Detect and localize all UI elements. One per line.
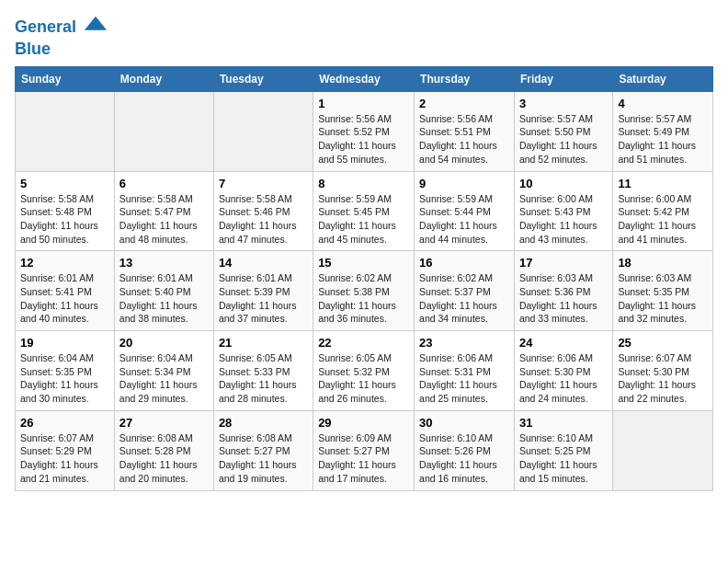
logo-blue: Blue: [15, 40, 108, 59]
day-number: 8: [318, 177, 409, 190]
day-info: Sunrise: 5:56 AMSunset: 5:52 PMDaylight:…: [318, 112, 409, 167]
day-info: Sunrise: 6:03 AMSunset: 5:36 PMDaylight:…: [519, 271, 608, 326]
day-cell: 8Sunrise: 5:59 AMSunset: 5:45 PMDaylight…: [313, 171, 415, 251]
day-number: 13: [119, 256, 209, 270]
day-cell: 13Sunrise: 6:01 AMSunset: 5:40 PMDayligh…: [114, 251, 213, 331]
day-number: 18: [618, 256, 708, 270]
day-cell: 29Sunrise: 6:09 AMSunset: 5:27 PMDayligh…: [313, 410, 415, 490]
day-number: 7: [219, 177, 308, 190]
day-cell: 26Sunrise: 6:07 AMSunset: 5:29 PMDayligh…: [16, 410, 115, 490]
day-info: Sunrise: 6:01 AMSunset: 5:41 PMDaylight:…: [20, 271, 109, 326]
day-cell: 31Sunrise: 6:10 AMSunset: 5:25 PMDayligh…: [514, 410, 612, 490]
header-monday: Monday: [114, 66, 213, 91]
day-number: 26: [20, 416, 109, 430]
day-number: 31: [519, 416, 608, 430]
header-row: SundayMondayTuesdayWednesdayThursdayFrid…: [16, 66, 713, 91]
day-cell: 12Sunrise: 6:01 AMSunset: 5:41 PMDayligh…: [16, 251, 115, 331]
day-cell: [16, 91, 115, 171]
day-cell: 25Sunrise: 6:07 AMSunset: 5:30 PMDayligh…: [613, 331, 713, 411]
day-cell: 27Sunrise: 6:08 AMSunset: 5:28 PMDayligh…: [114, 410, 213, 490]
header-wednesday: Wednesday: [313, 66, 415, 91]
day-number: 29: [318, 416, 409, 430]
day-cell: 4Sunrise: 5:57 AMSunset: 5:49 PMDaylight…: [613, 91, 713, 171]
day-number: 14: [219, 256, 308, 270]
week-row-3: 12Sunrise: 6:01 AMSunset: 5:41 PMDayligh…: [16, 251, 713, 331]
header-sunday: Sunday: [16, 66, 115, 91]
header-friday: Friday: [514, 66, 612, 91]
day-cell: 5Sunrise: 5:58 AMSunset: 5:48 PMDaylight…: [16, 171, 115, 251]
day-cell: 9Sunrise: 5:59 AMSunset: 5:44 PMDaylight…: [415, 171, 515, 251]
day-info: Sunrise: 6:09 AMSunset: 5:27 PMDaylight:…: [318, 431, 409, 486]
day-number: 28: [219, 416, 308, 430]
day-cell: 19Sunrise: 6:04 AMSunset: 5:35 PMDayligh…: [16, 331, 115, 411]
day-cell: [613, 410, 713, 490]
day-cell: 1Sunrise: 5:56 AMSunset: 5:52 PMDaylight…: [313, 91, 415, 171]
day-info: Sunrise: 6:05 AMSunset: 5:33 PMDaylight:…: [219, 351, 308, 406]
day-number: 10: [519, 177, 608, 190]
day-info: Sunrise: 6:00 AMSunset: 5:43 PMDaylight:…: [519, 192, 608, 247]
day-cell: 28Sunrise: 6:08 AMSunset: 5:27 PMDayligh…: [213, 410, 313, 490]
day-cell: 17Sunrise: 6:03 AMSunset: 5:36 PMDayligh…: [514, 251, 612, 331]
day-cell: 7Sunrise: 5:58 AMSunset: 5:46 PMDaylight…: [213, 171, 313, 251]
day-number: 25: [618, 336, 708, 350]
week-row-5: 26Sunrise: 6:07 AMSunset: 5:29 PMDayligh…: [16, 410, 713, 490]
day-cell: 21Sunrise: 6:05 AMSunset: 5:33 PMDayligh…: [213, 331, 313, 411]
day-number: 6: [119, 177, 209, 190]
day-number: 27: [119, 416, 209, 430]
day-info: Sunrise: 6:04 AMSunset: 5:34 PMDaylight:…: [119, 351, 209, 406]
day-info: Sunrise: 6:05 AMSunset: 5:32 PMDaylight:…: [318, 351, 409, 406]
day-number: 22: [318, 336, 409, 350]
day-info: Sunrise: 5:59 AMSunset: 5:44 PMDaylight:…: [419, 192, 509, 247]
day-cell: 11Sunrise: 6:00 AMSunset: 5:42 PMDayligh…: [613, 171, 713, 251]
day-info: Sunrise: 6:01 AMSunset: 5:40 PMDaylight:…: [119, 271, 209, 326]
day-number: 4: [618, 97, 708, 110]
day-info: Sunrise: 6:06 AMSunset: 5:30 PMDaylight:…: [519, 351, 608, 406]
svg-marker-0: [85, 17, 107, 30]
day-number: 21: [219, 336, 308, 350]
day-cell: 23Sunrise: 6:06 AMSunset: 5:31 PMDayligh…: [415, 331, 515, 411]
day-cell: 20Sunrise: 6:04 AMSunset: 5:34 PMDayligh…: [114, 331, 213, 411]
day-number: 9: [419, 177, 509, 190]
day-cell: 6Sunrise: 5:58 AMSunset: 5:47 PMDaylight…: [114, 171, 213, 251]
day-info: Sunrise: 5:59 AMSunset: 5:45 PMDaylight:…: [318, 192, 409, 247]
day-number: 3: [519, 97, 608, 110]
day-number: 16: [419, 256, 509, 270]
day-cell: 2Sunrise: 5:56 AMSunset: 5:51 PMDaylight…: [415, 91, 515, 171]
day-number: 12: [20, 256, 109, 270]
week-row-1: 1Sunrise: 5:56 AMSunset: 5:52 PMDaylight…: [16, 91, 713, 171]
day-number: 5: [20, 177, 109, 190]
header-tuesday: Tuesday: [213, 66, 313, 91]
day-info: Sunrise: 5:58 AMSunset: 5:48 PMDaylight:…: [20, 192, 109, 247]
day-cell: 15Sunrise: 6:02 AMSunset: 5:38 PMDayligh…: [313, 251, 415, 331]
day-cell: 3Sunrise: 5:57 AMSunset: 5:50 PMDaylight…: [514, 91, 612, 171]
day-number: 19: [20, 336, 109, 350]
day-number: 23: [419, 336, 509, 350]
day-cell: 18Sunrise: 6:03 AMSunset: 5:35 PMDayligh…: [613, 251, 713, 331]
day-info: Sunrise: 6:00 AMSunset: 5:42 PMDaylight:…: [618, 192, 708, 247]
day-cell: 22Sunrise: 6:05 AMSunset: 5:32 PMDayligh…: [313, 331, 415, 411]
day-info: Sunrise: 6:10 AMSunset: 5:26 PMDaylight:…: [419, 431, 509, 486]
day-number: 20: [119, 336, 209, 350]
day-info: Sunrise: 6:08 AMSunset: 5:28 PMDaylight:…: [119, 431, 209, 486]
day-info: Sunrise: 6:04 AMSunset: 5:35 PMDaylight:…: [20, 351, 109, 406]
week-row-2: 5Sunrise: 5:58 AMSunset: 5:48 PMDaylight…: [16, 171, 713, 251]
day-info: Sunrise: 5:57 AMSunset: 5:49 PMDaylight:…: [618, 112, 708, 167]
day-info: Sunrise: 5:56 AMSunset: 5:51 PMDaylight:…: [419, 112, 509, 167]
day-cell: 14Sunrise: 6:01 AMSunset: 5:39 PMDayligh…: [213, 251, 313, 331]
day-number: 30: [419, 416, 509, 430]
header-thursday: Thursday: [415, 66, 515, 91]
day-number: 1: [318, 97, 409, 110]
day-info: Sunrise: 6:07 AMSunset: 5:29 PMDaylight:…: [20, 431, 109, 486]
logo-general: General: [15, 17, 76, 36]
day-info: Sunrise: 6:08 AMSunset: 5:27 PMDaylight:…: [219, 431, 308, 486]
day-info: Sunrise: 6:06 AMSunset: 5:31 PMDaylight:…: [419, 351, 509, 406]
day-number: 24: [519, 336, 608, 350]
day-number: 11: [618, 177, 708, 190]
day-info: Sunrise: 6:10 AMSunset: 5:25 PMDaylight:…: [519, 431, 608, 486]
day-info: Sunrise: 5:58 AMSunset: 5:46 PMDaylight:…: [219, 192, 308, 247]
logo-icon: [83, 15, 108, 40]
week-row-4: 19Sunrise: 6:04 AMSunset: 5:35 PMDayligh…: [16, 331, 713, 411]
header-saturday: Saturday: [613, 66, 713, 91]
day-info: Sunrise: 6:02 AMSunset: 5:38 PMDaylight:…: [318, 271, 409, 326]
day-cell: 24Sunrise: 6:06 AMSunset: 5:30 PMDayligh…: [514, 331, 612, 411]
